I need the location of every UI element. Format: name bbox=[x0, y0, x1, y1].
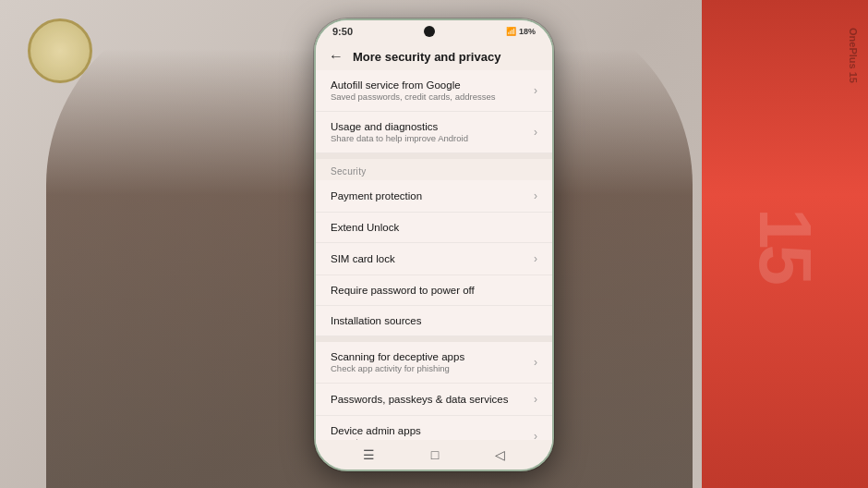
camera-notch bbox=[424, 26, 435, 37]
scene: 15 OnePlus 15 9:50 📶 18% ← More security… bbox=[0, 0, 868, 488]
extend-unlock-item[interactable]: Extend Unlock bbox=[316, 213, 552, 243]
settings-list: Autofill service from Google Saved passw… bbox=[316, 70, 552, 444]
back-nav-icon[interactable]: ◁ bbox=[495, 447, 505, 462]
sim-card-lock-item[interactable]: SIM card lock › bbox=[316, 243, 552, 275]
scanning-title: Scanning for deceptive apps bbox=[331, 351, 534, 362]
autofill-subtitle: Saved passwords, credit cards, addresses bbox=[331, 92, 534, 102]
passwords-content: Passwords, passkeys & data services bbox=[331, 394, 534, 405]
phone-wrapper: 9:50 📶 18% ← More security and privacy bbox=[314, 18, 554, 471]
menu-nav-icon[interactable]: ☰ bbox=[363, 447, 375, 462]
home-nav-icon[interactable]: □ bbox=[431, 447, 439, 462]
usage-item[interactable]: Usage and diagnostics Share data to help… bbox=[316, 112, 552, 153]
usage-chevron: › bbox=[534, 126, 537, 139]
autofill-chevron: › bbox=[534, 84, 537, 97]
usage-content: Usage and diagnostics Share data to help… bbox=[331, 121, 534, 143]
oneplus-number: 15 bbox=[742, 208, 827, 281]
require-password-item[interactable]: Require password to power off bbox=[316, 275, 552, 306]
sim-card-title: SIM card lock bbox=[331, 253, 534, 264]
installation-sources-item[interactable]: Installation sources bbox=[316, 306, 552, 336]
oneplus-box: 15 OnePlus 15 bbox=[702, 0, 868, 488]
payment-protection-item[interactable]: Payment protection › bbox=[316, 180, 552, 213]
sim-card-content: SIM card lock bbox=[331, 253, 534, 264]
scanning-content: Scanning for deceptive apps Check app ac… bbox=[331, 351, 534, 373]
usage-title: Usage and diagnostics bbox=[331, 121, 534, 132]
passwords-title: Passwords, passkeys & data services bbox=[331, 394, 534, 405]
status-icons: 📶 18% bbox=[506, 27, 536, 36]
passwords-chevron: › bbox=[534, 393, 537, 406]
top-bar: ← More security and privacy bbox=[316, 41, 552, 70]
nav-bar: ☰ □ ◁ bbox=[316, 440, 552, 470]
scanning-subtitle: Check app activity for phishing bbox=[331, 363, 534, 373]
autofill-content: Autofill service from Google Saved passw… bbox=[331, 79, 534, 102]
device-admin-title: Device admin apps bbox=[331, 425, 534, 436]
require-password-title: Require password to power off bbox=[331, 285, 537, 296]
installation-content: Installation sources bbox=[331, 315, 537, 326]
payment-chevron: › bbox=[534, 189, 537, 202]
passwords-item[interactable]: Passwords, passkeys & data services › bbox=[316, 384, 552, 416]
autofill-item[interactable]: Autofill service from Google Saved passw… bbox=[316, 70, 552, 112]
scanning-item[interactable]: Scanning for deceptive apps Check app ac… bbox=[316, 342, 552, 384]
autofill-title: Autofill service from Google bbox=[331, 79, 534, 91]
back-button[interactable]: ← bbox=[329, 48, 344, 65]
payment-protection-title: Payment protection bbox=[331, 190, 534, 201]
screen: ← More security and privacy Autofill ser… bbox=[316, 41, 552, 444]
oneplus-brand: OnePlus 15 bbox=[848, 28, 859, 83]
security-section-header: Security bbox=[316, 159, 552, 180]
status-bar: 9:50 📶 18% bbox=[316, 20, 552, 41]
extend-unlock-title: Extend Unlock bbox=[331, 222, 537, 233]
scanning-chevron: › bbox=[534, 356, 537, 369]
extend-unlock-content: Extend Unlock bbox=[331, 222, 537, 233]
status-time: 9:50 bbox=[332, 26, 353, 37]
usage-subtitle: Share data to help improve Android bbox=[331, 133, 534, 143]
sim-chevron: › bbox=[534, 252, 537, 265]
page-title: More security and privacy bbox=[353, 50, 500, 64]
wifi-icon: 📶 bbox=[506, 27, 516, 36]
payment-protection-content: Payment protection bbox=[331, 190, 534, 201]
phone: 9:50 📶 18% ← More security and privacy bbox=[314, 18, 554, 471]
installation-title: Installation sources bbox=[331, 315, 537, 326]
require-password-content: Require password to power off bbox=[331, 285, 537, 296]
battery-text: 18% bbox=[519, 27, 536, 36]
